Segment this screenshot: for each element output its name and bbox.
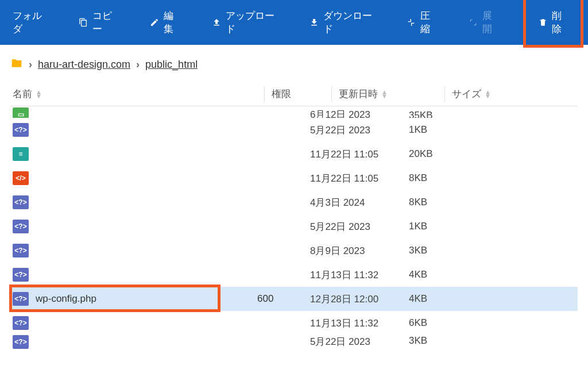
breadcrumb-folder[interactable]: public_html	[145, 59, 198, 71]
file-size: 4KB	[409, 293, 478, 305]
file-date: 11月22日 11:05	[310, 148, 409, 161]
file-date: 12月28日 12:00	[310, 293, 409, 306]
table-row[interactable]: <?>5月22日 20233KB	[10, 335, 578, 349]
table-row[interactable]: <?>4月3日 20248KB	[10, 190, 578, 214]
upload-label: アップロード	[226, 9, 278, 36]
table-row[interactable]: <?>8月9日 20233KB	[10, 239, 578, 263]
table-row[interactable]: <?>11月13日 11:324KB	[10, 263, 578, 287]
breadcrumb-separator: ›	[136, 59, 140, 71]
folder-button[interactable]: フォルダ	[5, 3, 56, 41]
file-size: 3KB	[409, 245, 478, 256]
trash-icon	[539, 17, 547, 28]
compress-icon	[407, 17, 416, 28]
sort-icon: ▲▼	[381, 90, 388, 98]
file-date: 6月12日 2023	[310, 108, 409, 118]
delete-label: 削除	[552, 9, 568, 36]
sort-icon: ▲▼	[36, 90, 42, 98]
file-size: 8KB	[409, 197, 478, 208]
compress-label: 圧縮	[420, 9, 438, 36]
table-row[interactable]: <?>wp-config.php60012月28日 12:004KB	[10, 287, 578, 311]
php-file-icon: <?>	[13, 220, 29, 233]
file-size: 8KB	[409, 172, 478, 184]
upload-icon	[212, 17, 221, 28]
file-date: 11月22日 11:05	[310, 172, 409, 185]
file-table: 名前 ▲▼ 権限 更新日時 ▲▼ サイズ ▲▼ ▭6月12日 202335KB<…	[0, 82, 588, 349]
file-date: 5月22日 2023	[310, 124, 409, 137]
expand-label: 展開	[482, 9, 500, 36]
file-size: 6KB	[409, 317, 478, 329]
upload-button[interactable]: アップロード	[204, 3, 287, 41]
table-body: ▭6月12日 202335KB<?>5月22日 20231KB≡11月22日 1…	[10, 106, 578, 349]
php-file-icon: <?>	[13, 123, 29, 137]
col-header-name[interactable]: 名前 ▲▼	[10, 87, 257, 101]
delete-button[interactable]: 削除	[531, 3, 576, 41]
file-date: 4月3日 2024	[310, 196, 409, 209]
toolbar: フォルダ コピー 編集 アップロード ダウンロード 圧縮 展開 削除	[0, 0, 588, 45]
txt-file-icon: ≡	[13, 147, 29, 161]
table-row[interactable]: ≡11月22日 11:0520KB	[10, 142, 578, 166]
file-size: 4KB	[409, 269, 478, 280]
file-size: 1KB	[409, 124, 478, 136]
breadcrumb: › haru-art-design.com › public_html	[0, 45, 588, 82]
file-size: 20KB	[409, 148, 478, 160]
pencil-icon	[150, 17, 159, 28]
delete-highlight: 削除	[523, 0, 583, 48]
file-name: wp-config.php	[36, 293, 96, 305]
expand-icon	[469, 17, 478, 28]
php-file-icon: <?>	[13, 268, 29, 282]
col-header-size[interactable]: サイズ ▲▼	[452, 87, 521, 101]
sort-icon: ▲▼	[485, 90, 491, 98]
file-date: 5月22日 2023	[310, 335, 409, 348]
php-file-icon: <?>	[13, 292, 29, 306]
file-date: 11月13日 11:32	[310, 268, 409, 282]
table-row[interactable]: </>11月22日 11:058KB	[10, 166, 578, 190]
table-row[interactable]: <?>5月22日 20231KB	[10, 118, 578, 142]
table-row[interactable]: ▭6月12日 202335KB	[10, 106, 578, 118]
file-date: 11月13日 11:32	[310, 317, 409, 330]
folder-root-icon[interactable]	[10, 57, 23, 72]
php-file-icon: <?>	[13, 244, 29, 257]
file-size: 3KB	[409, 335, 478, 347]
table-row[interactable]: <?>5月22日 20231KB	[10, 214, 578, 239]
download-button[interactable]: ダウンロード	[301, 3, 384, 41]
download-label: ダウンロード	[323, 9, 376, 36]
file-permission: 600	[257, 293, 310, 305]
table-header: 名前 ▲▼ 権限 更新日時 ▲▼ サイズ ▲▼	[10, 82, 578, 106]
file-date: 8月9日 2023	[310, 244, 409, 257]
php-file-icon: <?>	[13, 335, 29, 349]
file-size: 1KB	[409, 221, 478, 232]
edit-button[interactable]: 編集	[142, 3, 189, 41]
breadcrumb-domain[interactable]: haru-art-design.com	[38, 59, 130, 71]
breadcrumb-separator: ›	[29, 59, 32, 71]
copy-icon	[79, 17, 88, 28]
table-row[interactable]: <?>11月13日 11:326KB	[10, 311, 578, 335]
file-date: 5月22日 2023	[310, 220, 409, 233]
php-file-icon: <?>	[13, 195, 29, 209]
col-header-date[interactable]: 更新日時 ▲▼	[339, 87, 438, 101]
copy-label: コピー	[92, 9, 118, 36]
copy-button[interactable]: コピー	[71, 3, 127, 41]
compress-button[interactable]: 圧縮	[399, 3, 446, 41]
folder-label: フォルダ	[13, 9, 48, 36]
col-header-perm[interactable]: 権限	[272, 87, 324, 101]
download-icon	[310, 17, 319, 28]
img-file-icon: ▭	[13, 107, 29, 118]
html-file-icon: </>	[13, 171, 29, 185]
php-file-icon: <?>	[13, 316, 29, 330]
expand-button: 展開	[461, 3, 508, 41]
file-size: 35KB	[409, 110, 478, 118]
edit-label: 編集	[164, 9, 181, 36]
